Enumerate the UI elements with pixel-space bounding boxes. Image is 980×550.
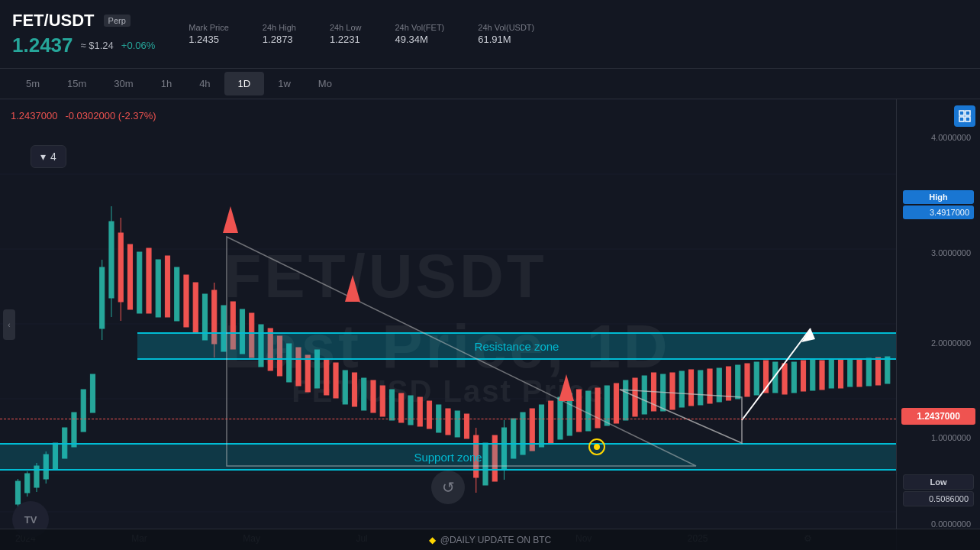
svg-rect-101 — [708, 369, 712, 403]
svg-rect-71 — [464, 414, 469, 438]
svg-rect-22 — [81, 390, 85, 432]
svg-rect-24 — [100, 267, 105, 328]
reset-icon: ↺ — [442, 478, 455, 497]
svg-rect-100 — [698, 370, 703, 405]
svg-rect-99 — [688, 370, 693, 406]
svg-rect-91 — [614, 383, 618, 423]
svg-rect-66 — [417, 397, 422, 426]
svg-rect-56 — [324, 359, 329, 395]
svg-rect-90 — [604, 386, 609, 425]
svg-rect-39 — [184, 275, 189, 327]
svg-rect-70 — [455, 411, 459, 437]
mark-price-label: Mark Price — [189, 23, 229, 32]
pair-info: FET/USDT Perp 1.2437 ≈ $1.24 +0.06% — [12, 11, 155, 57]
chevron-down-icon: ▾ — [40, 150, 46, 163]
level-badge[interactable]: ▾ 4 — [31, 145, 66, 168]
svg-rect-112 — [811, 360, 815, 390]
svg-rect-65 — [408, 396, 413, 425]
svg-rect-120 — [885, 357, 890, 383]
svg-rect-95 — [651, 373, 656, 411]
main-price: 1.2437 — [12, 34, 73, 57]
tv-logo-text: TV — [24, 514, 37, 526]
svg-rect-59 — [352, 373, 356, 406]
svg-rect-62 — [380, 386, 385, 416]
reset-button[interactable]: ↺ — [431, 471, 465, 504]
svg-rect-116 — [848, 359, 853, 387]
vol-fet-label: 24h Vol(FET) — [395, 23, 444, 32]
stat-24h-high: 24h High 1.2873 — [263, 23, 296, 45]
tf-1w[interactable]: 1w — [264, 72, 305, 95]
tf-1h[interactable]: 1h — [147, 72, 185, 95]
svg-rect-54 — [305, 355, 310, 392]
chart-main[interactable]: FET/USDT Last Price, 1D FET/USD Last Pri… — [0, 99, 896, 550]
low-badge-value: 0.5086000 — [929, 494, 969, 503]
perp-badge: Perp — [104, 15, 131, 27]
svg-rect-57 — [334, 363, 338, 398]
svg-rect-106 — [754, 362, 759, 395]
tf-4h[interactable]: 4h — [185, 72, 224, 95]
stat-vol-fet: 24h Vol(FET) 49.34M — [395, 23, 444, 45]
price-info-overlay: 1.2437000 -0.0302000 (-2.37%) — [11, 110, 156, 121]
svg-rect-102 — [717, 368, 721, 402]
svg-rect-38 — [175, 267, 179, 321]
expand-left-button[interactable]: ‹ — [3, 309, 15, 340]
pair-name: FET/USDT — [12, 11, 95, 31]
svg-rect-35 — [147, 248, 151, 313]
svg-rect-30 — [118, 233, 123, 302]
svg-rect-107 — [763, 361, 768, 393]
tf-15m[interactable]: 15m — [53, 72, 100, 95]
price-change: +0.06% — [121, 40, 155, 51]
svg-rect-27 — [109, 222, 114, 298]
svg-rect-108 — [773, 362, 778, 393]
svg-rect-37 — [165, 256, 169, 317]
scale-4: 4.0000000 — [931, 133, 971, 142]
svg-rect-86 — [567, 393, 572, 435]
svg-rect-69 — [446, 409, 450, 435]
tf-mo[interactable]: Mo — [305, 72, 346, 95]
svg-rect-58 — [343, 370, 347, 404]
svg-rect-114 — [829, 359, 833, 388]
expand-chart-button[interactable] — [954, 105, 975, 127]
svg-rect-33 — [127, 244, 132, 309]
stat-mark-price: Mark Price 1.2435 — [189, 23, 229, 45]
svg-rect-133 — [959, 117, 964, 121]
svg-rect-119 — [875, 358, 880, 385]
vol-fet-value: 49.34M — [395, 34, 444, 45]
svg-rect-89 — [595, 388, 600, 428]
svg-rect-36 — [156, 260, 160, 317]
scale-2: 2.0000000 — [931, 338, 971, 348]
scale-1: 1.0000000 — [931, 433, 971, 442]
tf-1d[interactable]: 1D — [224, 72, 265, 95]
vol-usdt-value: 61.91M — [478, 34, 534, 45]
current-price-line — [0, 419, 896, 419]
svg-rect-105 — [745, 364, 750, 396]
price-scale: 4.0000000 High 3.4917000 3.0000000 2.000… — [896, 99, 980, 550]
current-price-badge: 1.2437000 — [917, 411, 960, 422]
svg-rect-103 — [726, 367, 730, 400]
tf-5m[interactable]: 5m — [12, 72, 53, 95]
svg-rect-61 — [371, 380, 376, 412]
high-label: 24h High — [263, 23, 296, 32]
svg-rect-111 — [801, 361, 805, 391]
footer-icon: ◆ — [429, 535, 436, 545]
svg-rect-98 — [679, 371, 684, 407]
svg-rect-67 — [427, 401, 431, 429]
svg-rect-60 — [362, 378, 366, 410]
chart-container: ‹ FET/USDT Last Price, 1D FET/USD Last P… — [0, 99, 980, 550]
svg-rect-63 — [389, 390, 394, 420]
svg-rect-104 — [736, 365, 740, 399]
level-count: 4 — [50, 150, 56, 163]
scale-3: 3.0000000 — [931, 248, 971, 257]
mark-price-value: 1.2435 — [189, 34, 229, 45]
tf-30m[interactable]: 30m — [100, 72, 147, 95]
svg-rect-40 — [193, 283, 198, 332]
svg-rect-117 — [857, 359, 862, 387]
support-zone: Support zone — [0, 443, 896, 471]
svg-rect-132 — [965, 111, 970, 115]
svg-rect-10 — [25, 474, 30, 493]
vol-usdt-label: 24h Vol(USDT) — [478, 23, 534, 32]
resistance-zone: Resistance zone — [137, 332, 896, 360]
svg-rect-23 — [90, 374, 95, 412]
price-usd: ≈ $1.24 — [81, 40, 114, 51]
svg-rect-92 — [624, 380, 628, 420]
